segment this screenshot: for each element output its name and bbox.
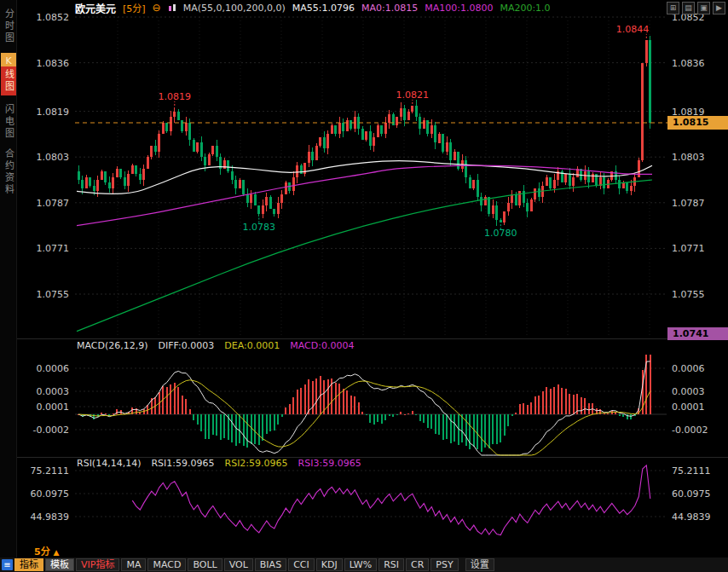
price-axis-label: 1.0787 xyxy=(21,198,69,209)
rsi-axis-label: 44.9839 xyxy=(21,511,69,523)
ma-settings-label: MA(55,0,100,200,0,0) xyxy=(183,3,286,14)
pane-rows-icon[interactable]: ▤ xyxy=(682,2,695,14)
macd-axis-label: 0.0003 xyxy=(672,386,719,397)
price-axis-label: 1.0771 xyxy=(21,243,69,254)
tab-MA[interactable]: MA xyxy=(121,558,146,571)
chart-canvas[interactable]: 1.08191.08211.08441.07831.0780 xyxy=(0,0,728,572)
macd-diff-value: DIFF:0.0003 xyxy=(159,340,215,351)
symbol-name: 欧元美元 xyxy=(75,1,116,15)
svg-text:1.0783: 1.0783 xyxy=(243,222,276,233)
rsi1-value: RSI1:59.0965 xyxy=(151,458,214,469)
tab-LW%[interactable]: LW% xyxy=(344,558,377,571)
ma55-value: MA55:1.0796 xyxy=(292,3,355,14)
rsi-axis-label: 60.0975 xyxy=(21,488,69,500)
price-axis-label: 1.0787 xyxy=(672,198,719,209)
tab-BIAS[interactable]: BIAS xyxy=(255,558,286,571)
svg-text:1.0780: 1.0780 xyxy=(484,228,517,239)
window-controls: ⊞ ▤ ▣ ▶ xyxy=(667,2,725,14)
macd-axis-label: -0.0002 xyxy=(21,425,69,436)
macd-title: MACD(26,12,9) xyxy=(77,340,148,351)
tab-CR[interactable]: CR xyxy=(406,558,429,571)
macd-axis-label: 0.0001 xyxy=(672,402,719,413)
sidebar-item-time-chart[interactable]: 分时图 xyxy=(2,9,15,44)
macd-macd-value: MACD:0.0004 xyxy=(290,340,354,351)
rsi2-value: RSI2:59.0965 xyxy=(225,458,288,469)
macd-axis-label: 0.0006 xyxy=(21,363,69,374)
price-axis-label: 1.0852 xyxy=(21,12,69,23)
ma100-value: MA100:1.0800 xyxy=(425,3,493,14)
current-price-tag: 1.0815 xyxy=(667,116,728,130)
period-tag[interactable]: [5分] xyxy=(123,1,146,14)
price-axis-label: 1.0755 xyxy=(21,289,69,300)
price-axis-label: 1.0755 xyxy=(672,289,719,300)
bottom-toolbar: ≡ 指标模板VIP指标MAMACDBOLLVOLBIASCCIKDJLW%RSI… xyxy=(0,558,728,572)
sidebar-item-lightning-chart[interactable]: 闪电图 xyxy=(2,104,15,140)
pane-next-icon[interactable]: ▶ xyxy=(713,2,725,14)
price-axis-label: 1.0803 xyxy=(672,152,719,163)
svg-text:1.0844: 1.0844 xyxy=(616,24,650,35)
sidebar-item-contract-info[interactable]: 合约资料 xyxy=(2,148,15,196)
price-axis-label: 1.0836 xyxy=(21,58,69,69)
tab-BOLL[interactable]: BOLL xyxy=(188,558,222,571)
rsi-axis-label: 44.9839 xyxy=(672,511,719,523)
rsi3-value: RSI3:59.0965 xyxy=(298,458,361,469)
price-axis-label: 1.0836 xyxy=(672,58,719,69)
tab-CCI[interactable]: CCI xyxy=(288,558,315,571)
macd-axis-label: 0.0003 xyxy=(21,386,69,397)
collapse-indicator-icon[interactable]: ⊖ xyxy=(153,3,161,13)
tab-VOL[interactable]: VOL xyxy=(224,558,253,571)
tab-MACD[interactable]: MACD xyxy=(147,558,186,571)
price-axis-label: 1.0819 xyxy=(21,107,69,118)
macd-axis-label: -0.0002 xyxy=(672,425,719,436)
left-sidebar: 分时图 K线图 闪电图 合约资料 xyxy=(0,0,17,572)
chart-header: 欧元美元 [5分] ⊖ MA(55,0,100,200,0,0) MA55:1.… xyxy=(75,0,551,15)
panel-divider xyxy=(17,338,728,339)
macd-dea-value: DEA:0.0001 xyxy=(224,340,280,351)
macd-axis-label: 0.0001 xyxy=(21,402,69,413)
list-icon[interactable]: ≡ xyxy=(2,559,13,570)
tab-VIP指标[interactable]: VIP指标 xyxy=(76,558,119,571)
footer-period-text: 5分 xyxy=(34,546,50,558)
tab-KDJ[interactable]: KDJ xyxy=(316,558,343,571)
tab-PSY[interactable]: PSY xyxy=(430,558,458,571)
chevron-up-icon: ▲ xyxy=(54,548,60,557)
macd-axis-label: 0.0006 xyxy=(672,363,719,374)
trading-app-window: 1.08191.08211.08441.07831.0780 欧元美元 [5分]… xyxy=(0,0,728,572)
price-axis-label: 1.0771 xyxy=(672,243,719,254)
ma0-value: MA0:1.0815 xyxy=(361,3,418,14)
rsi-axis-label: 75.2111 xyxy=(21,465,69,477)
indicator-tabs: 指标模板VIP指标MAMACDBOLLVOLBIASCCIKDJLW%RSICR… xyxy=(14,558,494,571)
rsi-axis-label: 75.2111 xyxy=(672,465,719,477)
ma-legend-icon xyxy=(168,3,176,13)
tab-模板[interactable]: 模板 xyxy=(45,558,74,571)
tab-RSI[interactable]: RSI xyxy=(378,558,404,571)
svg-text:1.0821: 1.0821 xyxy=(396,90,430,101)
range-low-tag: 1.0741 xyxy=(667,327,728,340)
pane-active-icon[interactable]: ▣ xyxy=(697,2,710,14)
pane-grid-icon[interactable]: ⊞ xyxy=(667,2,679,14)
footer-period-label[interactable]: 5分 ▲ xyxy=(34,544,59,558)
macd-header: MACD(26,12,9) DIFF:0.0003 DEA:0.0001 MAC… xyxy=(77,340,354,351)
rsi-header: RSI(14,14,14) RSI1:59.0965 RSI2:59.0965 … xyxy=(77,458,361,469)
rsi-axis-label: 60.0975 xyxy=(672,488,719,500)
rsi-title: RSI(14,14,14) xyxy=(77,458,141,469)
sidebar-item-kline-chart[interactable]: K线图 xyxy=(1,53,16,95)
tab-指标[interactable]: 指标 xyxy=(14,558,43,571)
svg-text:1.0819: 1.0819 xyxy=(159,91,192,102)
price-axis-label: 1.0803 xyxy=(21,152,69,163)
ma200-value: MA200:1.0 xyxy=(500,3,550,14)
tab-设置[interactable]: 设置 xyxy=(465,558,494,571)
